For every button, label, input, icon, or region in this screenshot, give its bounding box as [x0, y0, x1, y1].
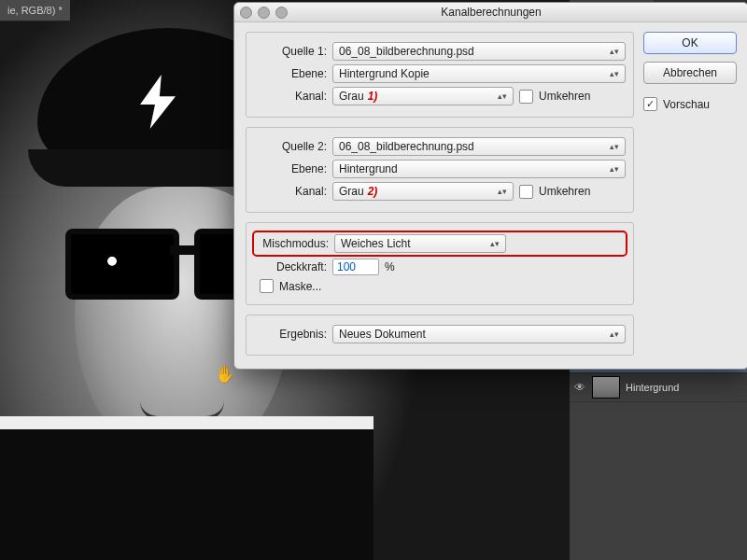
source1-group: Quelle 1: 06_08_bildberechnung.psd ▴▾ Eb…: [246, 32, 634, 118]
source2-layer-value: Hintergrund: [339, 162, 398, 175]
source1-file-value: 06_08_bildberechnung.psd: [339, 45, 474, 58]
source2-file-value: 06_08_bildberechnung.psd: [339, 140, 474, 153]
source1-invert-checkbox[interactable]: [519, 90, 533, 104]
layer-name: Hintergrund: [626, 382, 679, 393]
calculations-dialog: Kanalberechnungen Quelle 1: 06_08_bildbe…: [233, 2, 747, 370]
result-value: Neues Dokument: [339, 328, 426, 341]
annotation-1: 1): [368, 90, 378, 103]
source1-channel-select[interactable]: Grau1) ▴▾: [332, 87, 514, 105]
portrait-jacket: [0, 416, 374, 560]
blend-row-highlight: Mischmodus: Weiches Licht ▴▾: [254, 232, 626, 255]
result-group: Ergebnis: Neues Dokument ▴▾: [246, 315, 634, 356]
cancel-button[interactable]: Abbrechen: [643, 62, 737, 84]
chevron-updown-icon: ▴▾: [610, 48, 619, 55]
preview-checkbox[interactable]: [643, 97, 657, 111]
source2-channel-value: Grau: [339, 185, 364, 198]
opacity-label: Deckkraft:: [254, 260, 327, 273]
close-icon[interactable]: [240, 7, 252, 19]
blend-mode-value: Weiches Licht: [341, 237, 410, 250]
source1-layer-value: Hintergrund Kopie: [339, 67, 430, 80]
document-titlebar: ie, RGB/8) *: [0, 0, 70, 21]
source1-channel-value: Grau: [339, 90, 364, 103]
result-label: Ergebnis:: [254, 328, 327, 341]
dialog-side-buttons: OK Abbrechen Vorschau: [643, 32, 737, 356]
source2-layer-label: Ebene:: [254, 162, 327, 175]
layer-thumbnail: [592, 376, 620, 399]
source1-invert-label: Umkehren: [539, 90, 590, 103]
annotation-2: 2): [368, 185, 378, 198]
window-traffic-lights: [240, 7, 288, 19]
opacity-input[interactable]: 100: [332, 259, 379, 275]
chevron-updown-icon: ▴▾: [610, 330, 619, 338]
zoom-icon[interactable]: [275, 7, 288, 19]
chevron-updown-icon: ▴▾: [498, 188, 507, 195]
mask-checkbox[interactable]: [260, 279, 274, 293]
minimize-icon[interactable]: [258, 7, 270, 19]
layer-row[interactable]: 👁 Hintergrund: [570, 373, 747, 402]
chevron-updown-icon: ▴▾: [610, 70, 619, 77]
ok-button[interactable]: OK: [643, 32, 737, 54]
source2-group: Quelle 2: 06_08_bildberechnung.psd ▴▾ Eb…: [246, 127, 634, 213]
chevron-updown-icon: ▴▾: [498, 92, 507, 100]
chevron-updown-icon: ▴▾: [490, 240, 500, 247]
preview-label: Vorschau: [663, 98, 710, 111]
blend-mode-select[interactable]: Weiches Licht ▴▾: [334, 234, 506, 253]
hand-cursor-icon: ✋: [215, 364, 235, 385]
visibility-toggle-icon[interactable]: 👁: [573, 381, 586, 394]
dialog-title: Kanalberechnungen: [234, 3, 747, 22]
source1-label: Quelle 1:: [254, 45, 327, 58]
source1-layer-label: Ebene:: [254, 67, 327, 80]
result-select[interactable]: Neues Dokument ▴▾: [332, 325, 626, 343]
source2-file-select[interactable]: 06_08_bildberechnung.psd ▴▾: [332, 137, 626, 156]
source1-channel-label: Kanal:: [254, 90, 327, 103]
mask-label: Maske...: [279, 280, 321, 293]
source2-channel-label: Kanal:: [254, 185, 327, 198]
chevron-updown-icon: ▴▾: [610, 143, 619, 150]
source1-file-select[interactable]: 06_08_bildberechnung.psd ▴▾: [332, 42, 626, 61]
blend-group: Mischmodus: Weiches Licht ▴▾ Deckkraft: …: [246, 222, 634, 305]
source2-invert-label: Umkehren: [539, 185, 590, 198]
chevron-updown-icon: ▴▾: [610, 165, 619, 173]
source2-channel-select[interactable]: Grau2) ▴▾: [332, 182, 514, 201]
source2-invert-checkbox[interactable]: [519, 185, 533, 199]
source2-label: Quelle 2:: [254, 140, 327, 153]
source1-layer-select[interactable]: Hintergrund Kopie ▴▾: [332, 64, 626, 83]
percent-sign: %: [385, 260, 395, 273]
source2-layer-select[interactable]: Hintergrund ▴▾: [332, 160, 626, 178]
blend-label: Mischmodus:: [256, 237, 329, 250]
